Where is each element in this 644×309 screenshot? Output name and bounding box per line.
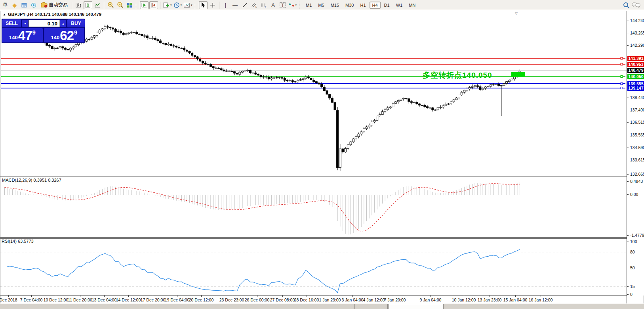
time-axis-label: 7 Jan 20:00 [384, 297, 406, 302]
volume-increase-button[interactable]: ▲ [60, 20, 66, 27]
toolbar-grip[interactable] [136, 2, 138, 9]
scroll-marker-icon[interactable]: ▽ [515, 12, 518, 15]
timeframe-w1[interactable]: W1 [393, 2, 406, 9]
timeframe-group: M1M5M15M30H1H4D1W1MN [303, 2, 418, 9]
pane-splitter[interactable] [0, 177, 627, 177]
time-tick [541, 296, 541, 297]
line-chart-type-button[interactable] [93, 1, 102, 9]
buy-price-button[interactable]: 140 62 9 [44, 28, 84, 42]
active-chart-tab[interactable] [388, 304, 444, 309]
time-axis-label: 10 Jan 12:00 [452, 297, 476, 302]
time-tick [8, 296, 9, 297]
time-tick [395, 296, 395, 297]
time-tick [307, 296, 307, 297]
timeframe-h4[interactable]: H4 [370, 2, 381, 9]
macd-histogram [5, 182, 520, 235]
scale-tick [627, 33, 629, 33]
fibonacci-tool[interactable]: F [259, 1, 268, 9]
sell-price-button[interactable]: 140 47 9 [2, 28, 43, 42]
scale-tick [627, 242, 629, 242]
volume-decrease-button[interactable]: ▼ [22, 20, 28, 27]
buy-button[interactable]: BUY [67, 19, 85, 27]
hline-handle[interactable] [621, 76, 623, 78]
channel-tool[interactable]: E [250, 1, 259, 9]
tile-windows-button[interactable] [125, 1, 134, 9]
hline-price-flag: 140.050 [627, 74, 644, 79]
time-tick [31, 296, 32, 297]
buy-price-sup: 9 [74, 29, 77, 36]
zoom-out-button[interactable] [116, 1, 124, 9]
timeframe-m1[interactable]: M1 [303, 2, 314, 9]
hline-handle[interactable] [621, 87, 623, 89]
scale-tick-label: 143.265 [630, 31, 644, 35]
hline-price-flag: 139.147 [627, 86, 644, 91]
chart-autoscroll-button[interactable] [149, 1, 158, 9]
periods-button[interactable]: ▾ [173, 1, 183, 9]
pane-splitter[interactable] [0, 178, 627, 178]
toolbar-grip[interactable] [195, 2, 197, 9]
new-order-button[interactable]: 单 [1, 1, 10, 9]
zoom-in-button[interactable] [106, 1, 115, 9]
timeframe-d1[interactable]: D1 [381, 2, 392, 9]
price-pane[interactable] [0, 11, 627, 177]
timeframe-m5[interactable]: M5 [315, 2, 327, 9]
navigator-icon[interactable] [29, 1, 38, 9]
candle-wicks [5, 25, 520, 171]
time-tick [464, 296, 464, 297]
vertical-line-tool[interactable]: | [221, 1, 230, 9]
time-tick [80, 296, 80, 297]
timeframe-h1[interactable]: H1 [357, 2, 368, 9]
autotrade-button[interactable]: 自动交易 [39, 1, 70, 9]
data-window-icon[interactable] [20, 1, 29, 9]
time-axis-label: 14 Dec 12:00 [116, 297, 141, 302]
hline-price-flag: 140.953 [627, 62, 644, 67]
hline-handle[interactable] [621, 58, 623, 59]
macd-pane[interactable] [0, 178, 627, 237]
crosshair-button[interactable] [208, 1, 217, 9]
hline-handle[interactable] [621, 83, 623, 85]
time-tick [153, 296, 153, 297]
candle-chart-type-button[interactable] [84, 1, 92, 9]
horizontal-line-tool[interactable]: — [231, 1, 240, 9]
cursor-button[interactable] [199, 1, 208, 9]
pane-splitter[interactable] [0, 238, 627, 239]
toolbar-grip[interactable] [299, 2, 301, 9]
tab-separator [354, 304, 355, 309]
chart-window: ▲ GBPJPY-,H4 140.171 140.688 140.146 140… [0, 11, 644, 303]
hline-handle[interactable] [621, 63, 623, 65]
time-axis-label: 7 Dec 04:00 [20, 297, 43, 302]
collapse-panel-icon[interactable]: ▲ [3, 13, 6, 16]
time-tick [374, 296, 374, 297]
time-axis-label: 26 Dec 00:00 [245, 297, 269, 302]
timeframe-mn[interactable]: MN [406, 2, 418, 9]
volume-input[interactable]: 0.10 [29, 20, 60, 27]
search-icon[interactable] [622, 1, 631, 9]
scale-tick [627, 45, 629, 46]
time-tick [515, 296, 516, 297]
price-scale[interactable]: 144.240143.265142.290138.440137.490136.5… [627, 11, 644, 296]
toolbar-separator [219, 2, 219, 9]
chart-shift-button[interactable] [140, 1, 149, 9]
arrows-tool[interactable]: ▾ [288, 1, 297, 9]
sell-button[interactable]: SELL [2, 19, 21, 27]
rsi-scale-label: 0 [630, 292, 633, 297]
mt4-terminal: 单 ◆ 自动交易 ▾ ▾ ▾ | — E F A T ▾ [0, 0, 644, 309]
green-highlight-rectangle[interactable] [511, 72, 525, 77]
new-chart-button[interactable]: ▾ [162, 1, 172, 9]
time-axis[interactable]: Dec 20187 Dec 04:0010 Dec 12:0011 Dec 20… [0, 296, 627, 303]
timeframe-m15[interactable]: M15 [328, 2, 342, 9]
text-label-tool[interactable]: T [278, 1, 287, 9]
new-order-label: 单 [3, 2, 8, 8]
rsi-pane[interactable] [0, 239, 627, 295]
timeframe-m30[interactable]: M30 [343, 2, 356, 9]
templates-button[interactable]: ▾ [183, 1, 193, 9]
rsi-scale-label: 15 [630, 284, 635, 289]
pane-splitter[interactable] [0, 237, 627, 238]
market-watch-icon[interactable]: ◆ [10, 1, 19, 9]
hline-price-flag: 141.391 [627, 56, 644, 61]
trendline-tool[interactable] [240, 1, 249, 9]
bar-chart-type-button[interactable] [74, 1, 83, 9]
text-tool[interactable]: A [269, 1, 278, 9]
community-chat-icon[interactable] [631, 1, 641, 9]
scale-tick [627, 160, 629, 160]
